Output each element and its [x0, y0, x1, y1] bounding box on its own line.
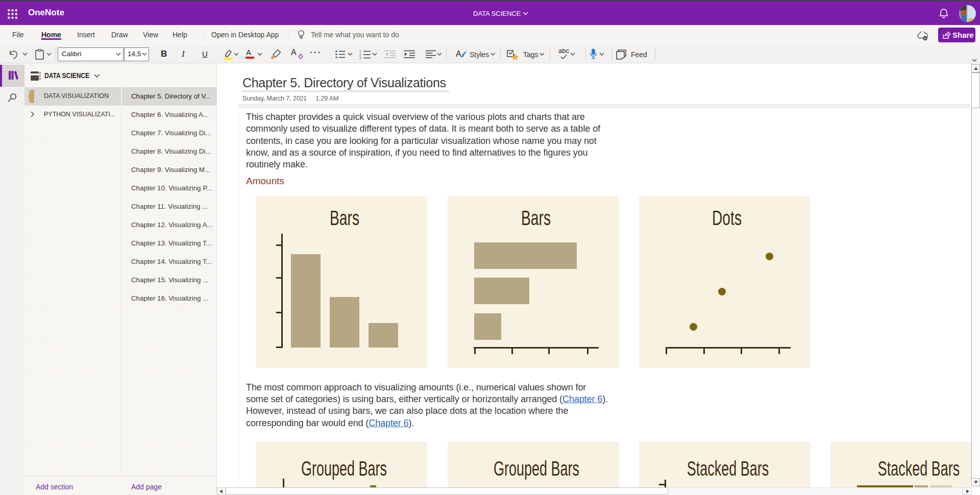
- svg-text:3: 3: [359, 56, 361, 59]
- svg-text:A: A: [456, 50, 461, 58]
